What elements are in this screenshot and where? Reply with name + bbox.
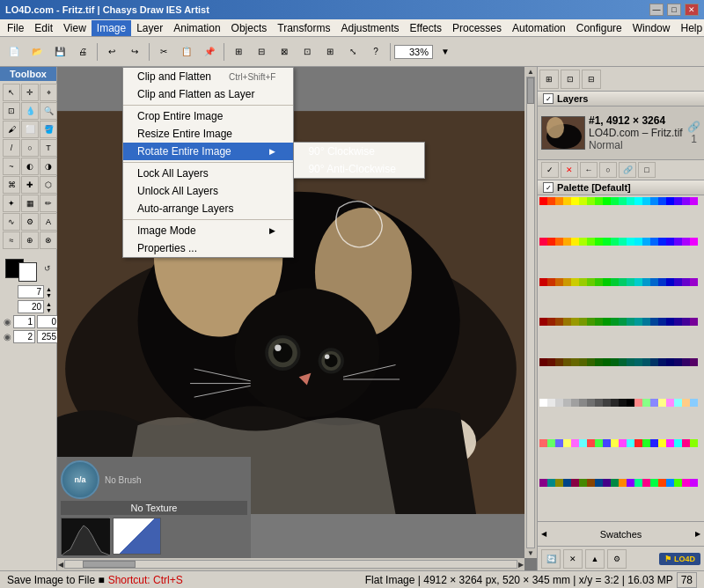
palette-swatch-69[interactable] (611, 318, 619, 326)
scroll-right-btn[interactable]: ▶ (518, 561, 524, 569)
palette-swatch-79[interactable] (690, 318, 698, 326)
swatch-next-btn[interactable]: ▶ (695, 530, 700, 538)
palette-swatch-59[interactable] (690, 278, 698, 286)
menu-objects[interactable]: Objects (226, 20, 273, 36)
palette-swatch-44[interactable] (571, 278, 579, 286)
palette-swatch-60[interactable] (539, 318, 547, 326)
palette-swatch-22[interactable] (555, 238, 563, 246)
palette-swatch-133[interactable] (642, 439, 650, 447)
palette-swatch-54[interactable] (650, 278, 658, 286)
palette-swatch-132[interactable] (634, 439, 642, 447)
palette-swatch-140[interactable] (539, 479, 547, 487)
tool-gradient[interactable]: ▦ (21, 195, 39, 212)
tool-extra2[interactable]: ⚙ (21, 213, 39, 231)
palette-swatch-128[interactable] (603, 439, 611, 447)
brush-opacity-input[interactable] (18, 300, 44, 313)
close-button[interactable]: ✕ (685, 4, 699, 16)
palette-swatch-10[interactable] (619, 197, 627, 205)
tool-eyedrop[interactable]: 💧 (21, 102, 39, 120)
palette-swatch-130[interactable] (619, 439, 627, 447)
palette-swatch-127[interactable] (595, 439, 603, 447)
palette-swatch-64[interactable] (571, 318, 579, 326)
palette-swatch-134[interactable] (650, 439, 658, 447)
palette-swatch-121[interactable] (547, 439, 555, 447)
palette-swatch-63[interactable] (563, 318, 571, 326)
palette-swatch-109[interactable] (611, 399, 619, 407)
menu-rotate-image[interactable]: Rotate Entire Image ▶ 90° Clockwise 90° … (123, 143, 293, 160)
palette-swatch-99[interactable] (690, 358, 698, 366)
tool-brush[interactable]: 🖌 (3, 121, 20, 138)
palette-swatch-102[interactable] (555, 399, 563, 407)
palette-swatch-157[interactable] (674, 479, 682, 487)
new-button[interactable]: 📄 (4, 41, 25, 62)
palette-swatch-34[interactable] (650, 238, 658, 246)
zoom-input[interactable]: 33% (394, 45, 433, 59)
palette-swatch-110[interactable] (619, 399, 627, 407)
palette-swatch-90[interactable] (619, 358, 627, 366)
palette-swatch-93[interactable] (642, 358, 650, 366)
palette-swatch-112[interactable] (634, 399, 642, 407)
tool-pen[interactable]: ✏ (40, 195, 57, 212)
palette-swatch-39[interactable] (690, 238, 698, 246)
tool-dodge[interactable]: ◐ (21, 158, 39, 175)
palette-swatch-41[interactable] (547, 278, 555, 286)
palette-swatch-62[interactable] (555, 318, 563, 326)
palette-swatch-123[interactable] (563, 439, 571, 447)
palette-swatch-9[interactable] (611, 197, 619, 205)
menu-unlock-layers[interactable]: Unlock All Layers (123, 182, 293, 200)
grid5-btn[interactable]: ⊞ (319, 41, 341, 62)
palette-swatch-66[interactable] (587, 318, 595, 326)
tool-lasso[interactable]: ⌖ (40, 84, 57, 101)
menu-crop-image[interactable]: Crop Entire Image (123, 107, 293, 125)
palette-swatch-107[interactable] (595, 399, 603, 407)
redo-button[interactable]: ↪ (124, 41, 145, 62)
palette-swatch-70[interactable] (619, 318, 627, 326)
rt-btn3[interactable]: ⊟ (582, 70, 601, 89)
palette-swatch-80[interactable] (539, 358, 547, 366)
palette-swatch-144[interactable] (571, 479, 579, 487)
menu-edit[interactable]: Edit (29, 20, 58, 36)
palette-swatch-139[interactable] (690, 439, 698, 447)
palette-swatch-4[interactable] (571, 197, 579, 205)
palette-swatch-33[interactable] (642, 238, 650, 246)
tool-smudge[interactable]: ~ (3, 158, 20, 175)
br-btn1[interactable]: 🔄 (541, 549, 561, 569)
palette-swatch-82[interactable] (555, 358, 563, 366)
menu-clip-flatten-layer[interactable]: Clip and Flatten as Layer (123, 85, 293, 103)
palette-swatch-61[interactable] (547, 318, 555, 326)
palette-swatch-89[interactable] (611, 358, 619, 366)
print-button[interactable]: 🖨 (72, 41, 93, 62)
rt-btn1[interactable]: ⊞ (539, 70, 559, 89)
palette-swatch-124[interactable] (571, 439, 579, 447)
brush-size-input[interactable] (18, 285, 44, 298)
tool-extra6[interactable]: ⊗ (40, 232, 57, 249)
palette-swatch-35[interactable] (658, 238, 666, 246)
rt-btn2[interactable]: ⊡ (561, 70, 580, 89)
palette-check[interactable]: ✓ (543, 182, 554, 193)
field5-input[interactable] (13, 330, 35, 343)
palette-swatch-43[interactable] (563, 278, 571, 286)
palette-swatch-108[interactable] (603, 399, 611, 407)
grid3-btn[interactable]: ⊠ (274, 41, 295, 62)
cut-button[interactable]: ✂ (153, 41, 174, 62)
palette-swatch-106[interactable] (587, 399, 595, 407)
field4-input[interactable] (37, 315, 59, 328)
palette-swatch-131[interactable] (627, 439, 634, 447)
menu-image[interactable]: Image (92, 20, 131, 36)
palette-swatch-153[interactable] (642, 479, 650, 487)
layer-delete-btn[interactable]: ✕ (561, 162, 578, 178)
scroll-hthumb[interactable] (83, 561, 136, 568)
tool-heal[interactable]: ✚ (21, 176, 39, 194)
palette-swatch-23[interactable] (563, 238, 571, 246)
tool-extra4[interactable]: ≈ (3, 232, 20, 249)
palette-swatch-52[interactable] (634, 278, 642, 286)
scroll-left-btn[interactable]: ◀ (58, 561, 63, 569)
palette-swatch-142[interactable] (555, 479, 563, 487)
menu-auto-arrange[interactable]: Auto-arrange Layers (123, 200, 293, 217)
palette-swatch-55[interactable] (658, 278, 666, 286)
palette-swatch-91[interactable] (627, 358, 634, 366)
tool-wand[interactable]: ✦ (3, 195, 20, 212)
palette-swatch-119[interactable] (690, 399, 698, 407)
swatch-prev-btn[interactable]: ◀ (541, 530, 546, 538)
palette-swatch-48[interactable] (603, 278, 611, 286)
